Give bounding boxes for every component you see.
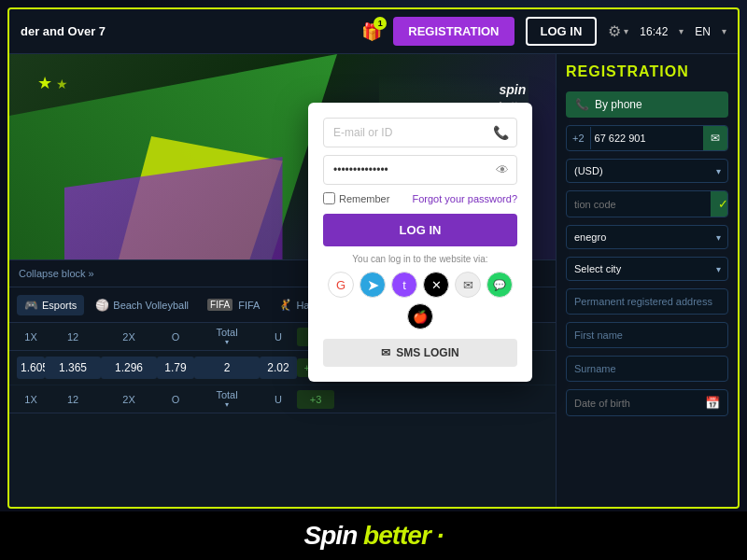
- surname-field[interactable]: Surname: [566, 356, 728, 382]
- phone-icon: 📞: [575, 98, 589, 111]
- remember-label[interactable]: Remember: [323, 192, 389, 204]
- email-input-wrap: 📞: [323, 118, 517, 147]
- total-chevron-icon: ▾: [194, 338, 260, 346]
- bet-col-12: 12: [45, 331, 101, 343]
- currency-select-wrapper: (USD) ▾: [566, 159, 728, 183]
- bet-col-u: U: [260, 331, 297, 343]
- dob-field-wrapper: 📅: [566, 389, 728, 416]
- bet-col-o-2: O: [157, 394, 194, 405]
- phone-number-input[interactable]: [591, 127, 703, 149]
- logo-spin-text: Spin: [304, 521, 358, 550]
- tab-fifa-label: FIFA: [238, 300, 260, 311]
- bet-plus-3[interactable]: +3: [297, 390, 334, 409]
- star-icon-small: ★: [56, 77, 68, 91]
- email-id-input[interactable]: [324, 119, 486, 147]
- by-phone-label: By phone: [595, 98, 642, 111]
- chat-login-button[interactable]: 💬: [486, 272, 513, 298]
- currency-select[interactable]: (USD): [566, 159, 728, 183]
- forgot-password-link[interactable]: Forgot your password?: [413, 193, 518, 204]
- promo-code-input[interactable]: [567, 193, 711, 216]
- phone-prefix: +2: [567, 127, 591, 149]
- remember-checkbox[interactable]: [323, 192, 335, 204]
- hero-stars: ★ ★: [37, 73, 68, 93]
- promo-check-button[interactable]: ✓: [711, 191, 728, 217]
- registration-panel: REGISTRATION 📞 By phone +2 ✉ (USD) ▾: [556, 54, 738, 507]
- telegram-login-button[interactable]: ➤: [359, 272, 386, 298]
- header: der and Over 7 🎁 1 REGISTRATION LOG IN ⚙…: [9, 9, 738, 54]
- bet-cell-179[interactable]: 1.79: [157, 357, 194, 379]
- bottom-bar: Spin better ·: [0, 511, 747, 560]
- collapse-block-button[interactable]: Collapse block »: [19, 268, 94, 279]
- bet-col-12-2: 12: [45, 394, 101, 405]
- bet-col-o: O: [157, 331, 194, 343]
- fifa-badge: FIFA: [207, 299, 233, 311]
- phone-input-group: +2 ✉: [566, 125, 728, 151]
- login-via-text: You can log in to the website via:: [323, 254, 517, 264]
- bet-col-u-2: U: [260, 394, 297, 405]
- gift-button[interactable]: 🎁 1: [361, 21, 382, 42]
- password-input[interactable]: [324, 156, 488, 184]
- remember-text: Remember: [339, 193, 389, 204]
- social-icons-row1: G ➤ t ✕ ✉ 💬: [323, 272, 517, 298]
- bet-col-1x: 1X: [17, 331, 45, 343]
- twitch-login-button[interactable]: t: [391, 272, 417, 298]
- bet-col-1x-2: 1X: [17, 394, 45, 405]
- email-login-button[interactable]: ✉: [455, 272, 481, 298]
- country-select[interactable]: enegro: [566, 225, 728, 249]
- city-select[interactable]: Select city: [566, 257, 728, 281]
- lang-chevron-icon: ▾: [722, 26, 726, 36]
- calendar-icon[interactable]: 📅: [705, 396, 720, 410]
- phone-login-icon[interactable]: 📞: [486, 125, 516, 140]
- show-password-icon[interactable]: 👁: [488, 162, 516, 177]
- phone-flag: +2: [572, 133, 585, 144]
- total2-chevron-icon: ▾: [194, 400, 260, 409]
- google-login-button[interactable]: G: [328, 272, 354, 298]
- gear-chevron-icon: ▾: [624, 26, 628, 36]
- sms-login-label: SMS LOGIN: [396, 346, 458, 359]
- twitter-login-button[interactable]: ✕: [423, 272, 449, 298]
- bet-cell-202[interactable]: 2.02: [260, 357, 297, 379]
- logo-dot: ·: [437, 521, 444, 550]
- bet-cell-2[interactable]: 2: [194, 357, 260, 379]
- bet-col-2x-2: 2X: [101, 394, 157, 405]
- promo-input-wrap: ✓: [566, 190, 728, 217]
- bet-header-row-2: 1X 12 2X O Total ▾ U +3: [9, 385, 556, 413]
- password-input-wrap: 👁: [323, 155, 517, 185]
- sms-icon: ✉: [381, 346, 390, 359]
- tab-beach-volleyball[interactable]: 🏐 Beach Volleyball: [88, 295, 196, 315]
- city-select-wrapper: Select city ▾: [566, 257, 728, 281]
- esports-icon: 🎮: [24, 299, 38, 312]
- tab-beach-volleyball-label: Beach Volleyball: [113, 300, 189, 311]
- bet-cell-1365[interactable]: 1.365: [45, 357, 101, 379]
- apple-login-button[interactable]: 🍎: [407, 303, 433, 329]
- login-header-button[interactable]: LOG IN: [526, 17, 598, 46]
- bet-col-total-2: Total ▾: [194, 389, 260, 409]
- handball-icon: 🤾: [278, 299, 292, 312]
- time-chevron-icon: ▾: [679, 26, 684, 36]
- address-field[interactable]: Permanent registered address: [566, 288, 728, 315]
- language-selector[interactable]: EN: [695, 25, 711, 38]
- login-submit-button[interactable]: LOG IN: [323, 214, 517, 246]
- bet-cell-1605[interactable]: 1.605: [17, 357, 45, 379]
- tab-esports[interactable]: 🎮 Esports: [17, 295, 84, 315]
- registration-button[interactable]: REGISTRATION: [393, 17, 514, 46]
- brand-logo: Spin better ·: [304, 521, 444, 551]
- bet-col-total: Total ▾: [194, 327, 260, 346]
- logo-better-text: better: [363, 521, 430, 550]
- sms-login-button[interactable]: ✉ SMS LOGIN: [323, 339, 517, 367]
- login-popup: 📞 👁 Remember Forgot your password? LOG I…: [308, 103, 532, 382]
- star-icon: ★: [37, 74, 52, 92]
- settings-button[interactable]: ⚙ ▾: [608, 22, 628, 40]
- social-icons-row2: 🍎: [323, 303, 517, 329]
- country-select-wrapper: enegro ▾: [566, 225, 728, 249]
- dob-input[interactable]: [574, 398, 705, 409]
- send-sms-button[interactable]: ✉: [703, 126, 727, 150]
- bet-cell-1296[interactable]: 1.296: [101, 357, 157, 379]
- reg-title: REGISTRATION: [566, 63, 728, 80]
- bet-col-2x: 2X: [101, 331, 157, 343]
- firstname-field[interactable]: First name: [566, 322, 728, 348]
- by-phone-button[interactable]: 📞 By phone: [566, 91, 728, 118]
- tab-fifa[interactable]: FIFA FIFA: [200, 295, 267, 315]
- header-title: der and Over 7: [21, 24, 350, 38]
- beach-volleyball-icon: 🏐: [95, 299, 109, 312]
